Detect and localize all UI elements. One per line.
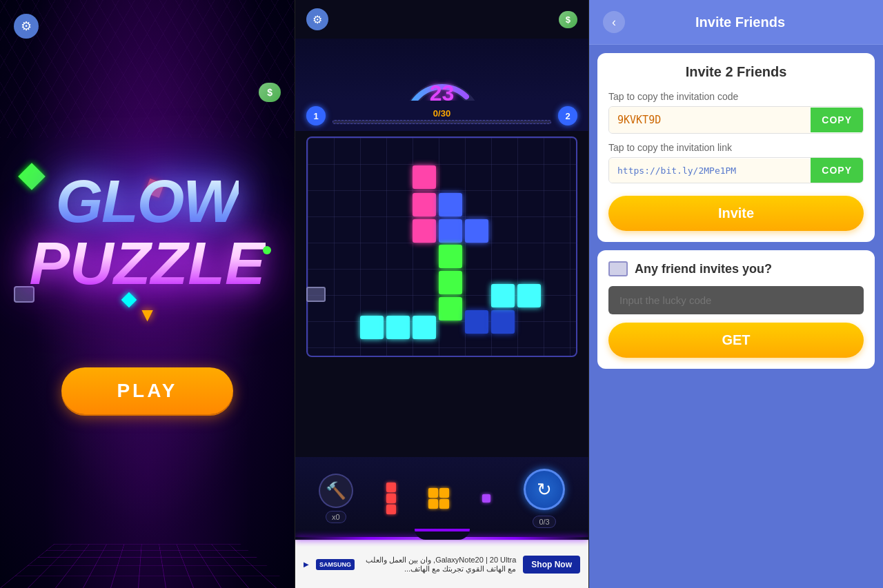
invitation-link-input[interactable] xyxy=(609,159,811,183)
piece-cell xyxy=(386,483,396,492)
settings-icon[interactable]: ⚙ xyxy=(14,14,39,39)
ad-text: GalaxyNote20 | 20 Ultra, وان بين العمل و… xyxy=(361,556,516,574)
refresh-button[interactable]: ↻ xyxy=(524,469,565,510)
block xyxy=(413,219,436,243)
copy-code-label: Tap to copy the invitation code xyxy=(608,91,864,102)
friend-invite-header: Any friend invites you? xyxy=(608,261,864,276)
back-button[interactable]: ‹ xyxy=(603,11,625,33)
money-button[interactable]: $ xyxy=(259,83,281,102)
dot-green xyxy=(263,246,271,254)
piece-cell xyxy=(428,488,438,498)
copy-link-label: Tap to copy the invitation link xyxy=(608,142,864,153)
block xyxy=(439,193,462,216)
refresh-container: ↻ 0/3 xyxy=(524,469,565,528)
logo-glow-text: GLOW xyxy=(56,167,239,235)
invite-friends-title: Invite 2 Friends xyxy=(608,64,864,80)
pieces-tray: 🔨 x0 xyxy=(295,457,588,540)
block xyxy=(360,316,384,339)
timer-container: 23 xyxy=(295,39,588,101)
lucky-code-input[interactable] xyxy=(608,286,864,314)
block xyxy=(413,165,436,189)
player1-indicator: 1 xyxy=(306,106,326,125)
timer-number: 23 xyxy=(394,81,490,101)
block xyxy=(413,316,436,339)
friend-invite-section: Any friend invites you? GET xyxy=(597,250,875,369)
tray-notch xyxy=(415,529,470,540)
hammer-icon: 🔨 xyxy=(319,474,353,508)
block xyxy=(465,310,488,334)
piece-cell xyxy=(386,505,396,514)
invitation-code-row: COPY xyxy=(608,106,864,134)
piece-purple[interactable] xyxy=(482,494,490,503)
tablet-icon xyxy=(306,287,326,302)
progress-row: 1 0/30 2 xyxy=(295,101,588,131)
invite-main-section: Invite 2 Friends Tap to copy the invitat… xyxy=(597,53,875,242)
play-button[interactable]: PLAY xyxy=(61,367,232,414)
get-button[interactable]: GET xyxy=(608,323,864,358)
header-title: Invite Friends xyxy=(633,14,847,30)
hammer-tool[interactable]: 🔨 x0 xyxy=(319,474,353,523)
friend-invite-title: Any friend invites you? xyxy=(635,262,772,276)
block xyxy=(491,310,515,334)
invite-header: ‹ Invite Friends xyxy=(589,0,883,45)
timer-arc: 23 xyxy=(394,45,490,101)
ad-banner: ▶ SAMSUNG GalaxyNote20 | 20 Ultra, وان ب… xyxy=(295,540,588,588)
game-grid xyxy=(306,136,577,357)
game-logo: GLOW PUZZLE ▼ xyxy=(29,174,265,326)
tablet-icon xyxy=(608,261,628,276)
block xyxy=(439,271,462,294)
piece-cell xyxy=(439,499,449,509)
invite-button[interactable]: Invite xyxy=(608,196,864,231)
chevron-down-icon: ▼ xyxy=(29,304,265,326)
honeycomb-pattern xyxy=(0,0,295,138)
ad-play-icon: ▶ xyxy=(304,560,309,568)
piece-orange[interactable] xyxy=(428,488,449,509)
block xyxy=(439,245,462,268)
piece-cell xyxy=(439,488,449,498)
ad-logo: SAMSUNG xyxy=(316,559,355,570)
piece-cell xyxy=(386,494,396,503)
block xyxy=(517,284,541,307)
money-button[interactable]: $ xyxy=(559,11,577,28)
progress-bar: 0/30 xyxy=(333,108,551,124)
block xyxy=(491,284,515,307)
copy-code-button[interactable]: COPY xyxy=(811,108,863,132)
game-header: ⚙ $ xyxy=(295,0,588,39)
player2-indicator: 2 xyxy=(558,106,577,125)
refresh-count: 0/3 xyxy=(533,516,555,528)
invitation-link-row: COPY xyxy=(608,157,864,183)
game-grid-area xyxy=(295,131,588,457)
block xyxy=(465,219,488,243)
panel-glow-puzzle: ⚙ $ GLOW PUZZLE ▼ PLAY xyxy=(0,0,295,588)
block xyxy=(439,297,462,321)
block xyxy=(386,316,410,339)
progress-track xyxy=(333,120,551,124)
hammer-count: x0 xyxy=(326,511,346,523)
progress-text: 0/30 xyxy=(433,108,450,119)
piece-cell xyxy=(482,494,490,503)
invitation-code-input[interactable] xyxy=(609,107,811,133)
block xyxy=(439,219,462,243)
ad-shop-button[interactable]: Shop Now xyxy=(523,556,580,574)
block xyxy=(413,193,436,216)
panel-game: ⚙ $ 23 1 0/30 xyxy=(295,0,589,588)
settings-icon[interactable]: ⚙ xyxy=(306,8,328,30)
piece-red[interactable] xyxy=(386,483,396,514)
piece-cell xyxy=(428,499,438,509)
panel-invite-friends: ‹ Invite Friends Invite 2 Friends Tap to… xyxy=(589,0,883,588)
copy-link-button[interactable]: COPY xyxy=(811,158,863,183)
logo-puzzle-text: PUZZLE xyxy=(29,228,265,298)
